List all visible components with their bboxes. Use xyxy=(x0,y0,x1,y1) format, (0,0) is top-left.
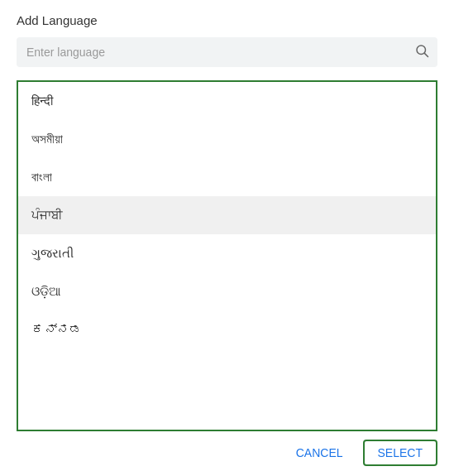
language-item-hindi[interactable]: हिन्दी xyxy=(18,82,436,120)
cancel-button[interactable]: Cancel xyxy=(283,440,356,466)
dialog-footer: Cancel Select xyxy=(0,431,454,476)
language-item-assamese[interactable]: অসমীয়া xyxy=(18,120,436,158)
search-icon xyxy=(414,43,429,61)
search-input[interactable] xyxy=(17,37,437,67)
search-container xyxy=(17,37,437,67)
language-list-container: हिन्दीঅসমীয়াবাংলাਪੰਜਾਬੀગુજરાતીଓଡ଼ିଆಕನ್ನ… xyxy=(17,80,437,431)
select-button[interactable]: Select xyxy=(363,440,437,466)
language-item-punjabi[interactable]: ਪੰਜਾਬੀ xyxy=(18,196,436,234)
add-language-dialog: Add Language हिन्दीঅসমীয়াবাংলাਪੰਜਾਬੀગુજ… xyxy=(0,0,454,476)
language-list: हिन्दीঅসমীয়াবাংলাਪੰਜਾਬੀગુજરાતીଓଡ଼ିଆಕನ್ನ… xyxy=(18,82,436,430)
language-item-odia[interactable]: ଓଡ଼ିଆ xyxy=(18,272,436,310)
language-item-bengali[interactable]: বাংলা xyxy=(18,158,436,196)
language-item-gujarati[interactable]: ગુજરાતી xyxy=(18,234,436,272)
svg-line-1 xyxy=(424,53,428,56)
dialog-title: Add Language xyxy=(0,13,454,37)
language-item-kannada[interactable]: ಕನ್ನಡ xyxy=(18,310,436,348)
